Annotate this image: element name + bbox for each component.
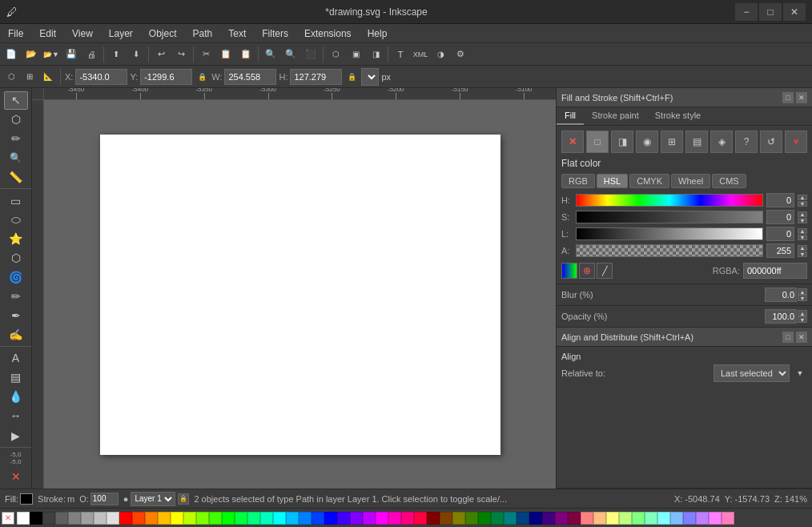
fill-stroke-header[interactable]: Fill and Stroke (Shift+Ctrl+F) □ ✕ — [557, 88, 812, 107]
palette-color[interactable] — [440, 512, 452, 525]
palette-color[interactable] — [68, 512, 81, 525]
palette-color[interactable] — [568, 512, 581, 525]
tab-stroke-style[interactable]: Stroke style — [647, 107, 709, 125]
palette-color[interactable] — [209, 512, 222, 525]
select-tool[interactable]: ↖ — [4, 91, 28, 110]
palette-color[interactable] — [158, 512, 171, 525]
menu-item-file[interactable]: File — [0, 26, 31, 41]
lock-aspect-btn[interactable]: 🔒 — [344, 70, 359, 84]
fill-stroke-btn[interactable]: ◑ — [431, 45, 450, 64]
palette-color[interactable] — [247, 512, 260, 525]
canvas-area[interactable]: -5450-5400-5350-5300-5250-5200-5150-5100 — [32, 88, 556, 489]
palette-color[interactable] — [145, 512, 158, 525]
lock-btn[interactable]: 🔒 — [195, 70, 209, 84]
s-up[interactable]: ▲ — [798, 211, 807, 217]
fill-swatch-btn[interactable]: ◈ — [710, 131, 733, 153]
tab-fill[interactable]: Fill — [557, 107, 584, 125]
palette-color[interactable] — [324, 512, 337, 525]
palette-color[interactable] — [632, 512, 645, 525]
copy-btn[interactable]: 📋 — [216, 45, 235, 64]
hsl-tab[interactable]: HSL — [597, 174, 628, 188]
h-up[interactable]: ▲ — [798, 195, 807, 200]
opacity-value[interactable] — [765, 309, 797, 324]
text-btn[interactable]: T — [391, 45, 410, 64]
palette-color[interactable] — [299, 512, 312, 525]
palette-color[interactable] — [55, 512, 68, 525]
fill-none-btn[interactable]: ✕ — [561, 131, 584, 153]
node-btn[interactable]: ⬡ — [326, 45, 345, 64]
play-btn[interactable]: ▶ — [4, 426, 28, 445]
palette-color[interactable] — [452, 512, 465, 525]
palette-color[interactable] — [286, 512, 299, 525]
align-header[interactable]: Align and Distribute (Shift+Ctrl+A) □ ✕ — [557, 328, 812, 347]
x-input[interactable] — [75, 69, 127, 85]
cmyk-tab[interactable]: CMYK — [629, 174, 669, 188]
palette-color[interactable] — [30, 512, 42, 525]
palette-color[interactable] — [376, 512, 388, 525]
palette-color[interactable] — [388, 512, 401, 525]
gradient-tool[interactable]: ▤ — [4, 368, 28, 387]
menu-item-filters[interactable]: Filters — [254, 26, 296, 41]
xml-btn[interactable]: XML — [411, 45, 430, 64]
fill-heart-btn[interactable]: ♥ — [785, 131, 807, 153]
pen-tool[interactable]: ✒ — [4, 306, 28, 324]
layer-select[interactable]: Layer 1 — [131, 492, 175, 506]
rgb-tab[interactable]: RGB — [561, 174, 595, 188]
paste-btn[interactable]: 📋 — [236, 45, 255, 64]
palette-color[interactable] — [722, 512, 734, 525]
l-value[interactable] — [766, 227, 794, 241]
palette-color[interactable] — [619, 512, 632, 525]
menu-item-help[interactable]: Help — [360, 26, 396, 41]
opacity-up[interactable]: ▲ — [798, 310, 807, 316]
open-recent-btn[interactable]: 📂▼ — [42, 45, 61, 64]
blur-up[interactable]: ▲ — [798, 288, 807, 295]
tab-stroke-paint[interactable]: Stroke paint — [584, 107, 647, 125]
palette-color[interactable] — [235, 512, 247, 525]
print-btn[interactable]: 🖨 — [82, 45, 101, 64]
fill-linear-btn[interactable]: ◨ — [611, 131, 633, 153]
layer-lock-btn[interactable]: 🔒 — [178, 493, 189, 505]
measure-tool[interactable]: 📏 — [4, 168, 28, 187]
palette-color[interactable] — [683, 512, 696, 525]
fill-flat-btn[interactable]: □ — [586, 131, 609, 153]
y-input[interactable] — [140, 69, 192, 85]
palette-color[interactable] — [555, 512, 568, 525]
menu-item-object[interactable]: Object — [141, 26, 185, 41]
menu-item-text[interactable]: Text — [220, 26, 254, 41]
eraser-btn[interactable]: ✕ — [4, 467, 28, 485]
cms-tab[interactable]: CMS — [712, 174, 746, 188]
fill-unknown-btn[interactable]: ? — [735, 131, 758, 153]
wheel-tab[interactable]: Wheel — [671, 174, 710, 188]
palette-color[interactable] — [478, 512, 491, 525]
cut-btn[interactable]: ✂ — [196, 45, 215, 64]
palette-color[interactable] — [517, 512, 529, 525]
text-tool[interactable]: A — [4, 349, 28, 368]
palette-color[interactable] — [222, 512, 235, 525]
opacity-down[interactable]: ▼ — [798, 316, 807, 323]
node-tool[interactable]: ⬡ — [4, 111, 28, 129]
tweak-tool[interactable]: ✏ — [4, 130, 28, 148]
palette-color[interactable] — [401, 512, 414, 525]
palette-color[interactable] — [542, 512, 555, 525]
palette-color[interactable] — [645, 512, 657, 525]
new-btn[interactable]: 📄 — [2, 45, 21, 64]
a-down[interactable]: ▼ — [798, 251, 807, 257]
palette-color[interactable] — [337, 512, 350, 525]
menu-item-path[interactable]: Path — [185, 26, 221, 41]
star-tool[interactable]: ⭐ — [4, 230, 28, 248]
menu-item-edit[interactable]: Edit — [31, 26, 64, 41]
fill-mesh-btn[interactable]: ⊞ — [661, 131, 683, 153]
dropper-tool[interactable]: 💧 — [4, 388, 28, 406]
menu-item-view[interactable]: View — [64, 26, 101, 41]
pencil-tool[interactable]: ✏ — [4, 288, 28, 306]
palette-color[interactable] — [414, 512, 427, 525]
rect-tool[interactable]: ▭ — [4, 191, 28, 210]
palette-color[interactable] — [593, 512, 606, 525]
palette-none[interactable]: ✕ — [2, 512, 14, 525]
blur-down[interactable]: ▼ — [798, 295, 807, 301]
maximize-button[interactable]: □ — [759, 3, 782, 21]
fill-pattern-btn[interactable]: ▤ — [685, 131, 708, 153]
palette-color[interactable] — [196, 512, 209, 525]
palette-color[interactable] — [260, 512, 273, 525]
zoom-tool[interactable]: 🔍 — [4, 149, 28, 167]
